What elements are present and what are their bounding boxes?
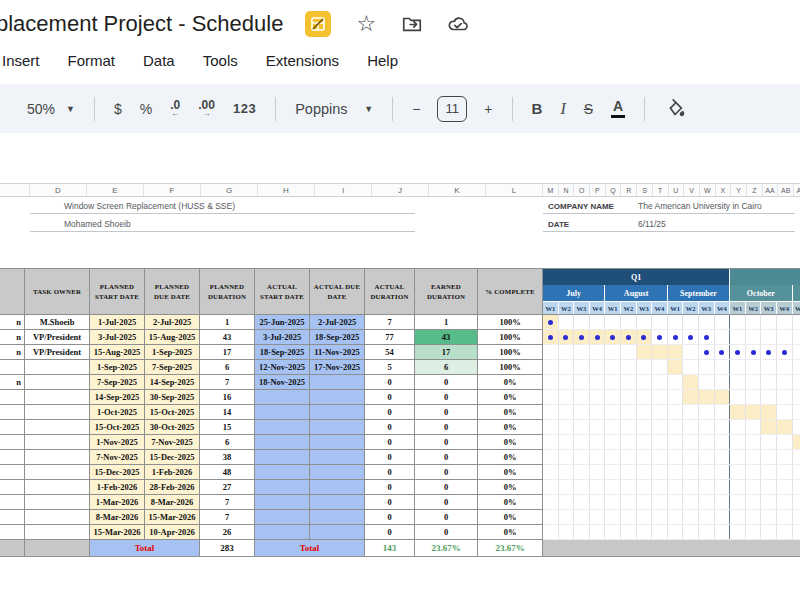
gantt-cell[interactable] (559, 450, 575, 464)
gantt-cell[interactable] (793, 330, 800, 344)
gantt-cell[interactable] (621, 405, 637, 419)
total-actual-duration[interactable]: 143 (365, 540, 415, 557)
cell-planned-start[interactable]: 7-Nov-2025 (90, 450, 145, 465)
gantt-cell[interactable] (715, 510, 731, 524)
cell-planned-due[interactable]: 2-Jul-2025 (145, 315, 200, 330)
gantt-cell[interactable] (746, 405, 762, 419)
increase-font-size-button[interactable]: + (475, 93, 501, 125)
gantt-cell[interactable] (730, 450, 746, 464)
gantt-cell[interactable] (590, 375, 606, 389)
cell-planned-start[interactable]: 15-Aug-2025 (90, 345, 145, 360)
cell-percent-complete[interactable]: 0% (478, 495, 543, 510)
cell-planned-due[interactable]: 15-Mar-2026 (145, 510, 200, 525)
cell-percent-complete[interactable]: 0% (478, 390, 543, 405)
cell-actual-due[interactable] (310, 405, 365, 420)
gantt-cell[interactable] (559, 360, 575, 374)
cell-planned-due[interactable]: 30-Sep-2025 (145, 390, 200, 405)
gantt-cell[interactable] (668, 495, 684, 509)
cell-actual-duration[interactable]: 0 (365, 420, 415, 435)
gantt-cell[interactable] (777, 360, 793, 374)
cell-percent-complete[interactable]: 100% (478, 360, 543, 375)
column-header-AB[interactable]: AB (778, 184, 794, 196)
cell-actual-duration[interactable]: 77 (365, 330, 415, 345)
gantt-cell[interactable] (637, 330, 653, 344)
gantt-cell[interactable] (621, 480, 637, 494)
gantt-cell[interactable] (559, 465, 575, 479)
column-header-X[interactable]: X (716, 184, 732, 196)
gantt-cell[interactable] (730, 465, 746, 479)
gantt-cell[interactable] (668, 480, 684, 494)
gantt-cell[interactable] (777, 345, 793, 359)
gantt-cell[interactable] (621, 495, 637, 509)
gantt-cell[interactable] (559, 495, 575, 509)
column-header-P[interactable]: P (590, 184, 606, 196)
cell-task-name-edge[interactable]: n (0, 345, 25, 360)
gantt-quarter-next[interactable] (730, 269, 800, 285)
gantt-cell[interactable] (652, 450, 668, 464)
gantt-cell[interactable] (761, 450, 777, 464)
column-header-H[interactable]: H (258, 184, 315, 196)
gantt-cell[interactable] (543, 375, 559, 389)
gantt-cell[interactable] (543, 495, 559, 509)
date-value[interactable]: 6/11/25 (638, 219, 666, 229)
gantt-cell[interactable] (793, 405, 800, 419)
cell-percent-complete[interactable]: 100% (478, 330, 543, 345)
gantt-cell[interactable] (621, 525, 637, 539)
gantt-cell[interactable] (559, 375, 575, 389)
cell-task-name-edge[interactable] (0, 360, 25, 375)
gantt-cell[interactable] (730, 510, 746, 524)
gantt-cell[interactable] (761, 345, 777, 359)
gantt-cell[interactable] (652, 465, 668, 479)
column-header-Y[interactable]: Y (731, 184, 747, 196)
cell-planned-start[interactable]: 8-Mar-2026 (90, 510, 145, 525)
gantt-cell[interactable] (637, 450, 653, 464)
gantt-cell[interactable] (621, 315, 637, 329)
cell-earned-duration[interactable]: 43 (415, 330, 478, 345)
cell-percent-complete[interactable]: 0% (478, 480, 543, 495)
gantt-cell[interactable] (637, 435, 653, 449)
gantt-cell[interactable] (574, 435, 590, 449)
gantt-cell[interactable] (543, 420, 559, 434)
gantt-cell[interactable] (683, 495, 699, 509)
cell-planned-due[interactable]: 28-Feb-2026 (145, 480, 200, 495)
gantt-week-header[interactable]: W4 (652, 301, 668, 315)
gantt-cell[interactable] (574, 375, 590, 389)
date-label[interactable]: DATE (548, 220, 569, 229)
cell-actual-start[interactable]: 3-Jul-2025 (255, 330, 310, 345)
gantt-cell[interactable] (559, 345, 575, 359)
gantt-week-header[interactable]: W1 (605, 301, 621, 315)
cell-actual-due[interactable] (310, 390, 365, 405)
cell-planned-due[interactable]: 14-Sep-2025 (145, 375, 200, 390)
gantt-cell[interactable] (574, 465, 590, 479)
text-color-button[interactable]: A (602, 93, 634, 125)
column-header-O[interactable]: O (574, 184, 590, 196)
gantt-cell[interactable] (715, 390, 731, 404)
cell-task-owner[interactable] (25, 420, 90, 435)
gantt-cell[interactable] (605, 495, 621, 509)
gantt-cell[interactable] (668, 375, 684, 389)
cell-planned-duration[interactable]: 27 (200, 480, 255, 495)
cell-actual-duration[interactable]: 0 (365, 375, 415, 390)
gantt-cell[interactable] (746, 345, 762, 359)
cell-planned-due[interactable]: 15-Dec-2025 (145, 450, 200, 465)
gantt-cell[interactable] (715, 360, 731, 374)
gantt-cell[interactable] (652, 525, 668, 539)
cell-planned-start[interactable]: 1-Sep-2025 (90, 360, 145, 375)
gantt-cell[interactable] (605, 435, 621, 449)
column-header-V[interactable]: V (684, 184, 700, 196)
gantt-cell[interactable] (699, 315, 715, 329)
cell-actual-due[interactable]: 2-Jul-2025 (310, 315, 365, 330)
gantt-month-september[interactable]: September (668, 285, 730, 301)
gantt-cell[interactable] (668, 450, 684, 464)
cell-actual-duration[interactable]: 0 (365, 435, 415, 450)
gantt-cell[interactable] (668, 405, 684, 419)
gantt-week-header[interactable]: W3 (699, 301, 715, 315)
cell-planned-duration[interactable]: 16 (200, 390, 255, 405)
gantt-cell[interactable] (590, 510, 606, 524)
gantt-cell[interactable] (605, 405, 621, 419)
sheets-badge-icon[interactable] (305, 11, 331, 37)
menu-item-insert[interactable]: Insert (2, 52, 40, 69)
cell-task-owner[interactable]: M.Shoeib (25, 315, 90, 330)
header--complete[interactable]: % COMPLETE (478, 268, 543, 315)
gantt-cell[interactable] (715, 405, 731, 419)
